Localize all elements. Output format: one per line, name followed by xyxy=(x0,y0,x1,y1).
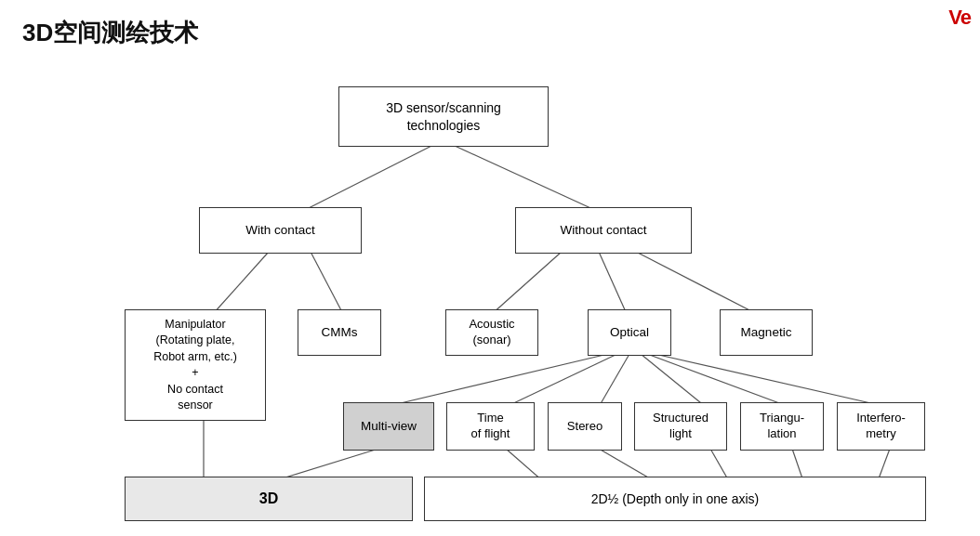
svg-line-7 xyxy=(385,354,608,407)
svg-line-11 xyxy=(647,354,789,407)
svg-line-4 xyxy=(492,252,562,314)
page-title: 3D空间测绘技术 xyxy=(22,17,958,49)
node-without-contact: Without contact xyxy=(515,207,692,254)
node-magnetic: Magnetic xyxy=(720,309,813,356)
svg-line-0 xyxy=(301,140,443,212)
node-triangulation: Triangu- lation xyxy=(740,402,824,451)
svg-line-12 xyxy=(655,354,887,407)
node-multiview: Multi-view xyxy=(343,402,434,451)
svg-line-5 xyxy=(599,252,627,314)
svg-line-3 xyxy=(311,252,343,314)
node-tof: Time of flight xyxy=(446,402,535,451)
svg-line-9 xyxy=(599,354,629,407)
node-2d-half: 2D½ (Depth only in one axis) xyxy=(424,477,926,521)
svg-line-1 xyxy=(443,140,599,212)
node-cmms: CMMs xyxy=(298,309,381,356)
node-optical: Optical xyxy=(588,309,671,356)
node-with-contact: With contact xyxy=(199,207,362,254)
diagram: 3D sensor/scanning technologies With con… xyxy=(22,59,958,532)
svg-line-6 xyxy=(636,252,757,314)
svg-line-2 xyxy=(213,252,269,314)
page: Ve 3D空间测绘技术 xyxy=(0,0,980,536)
svg-line-10 xyxy=(641,354,706,407)
node-manipulator: Manipulator (Rotating plate, Robot arm, … xyxy=(125,309,266,421)
node-stereo: Stereo xyxy=(548,402,622,451)
node-acoustic: Acoustic (sonar) xyxy=(445,309,538,356)
node-structured-light: Structured light xyxy=(634,402,727,451)
svg-line-8 xyxy=(506,354,617,407)
node-3d: 3D xyxy=(125,477,413,521)
node-root: 3D sensor/scanning technologies xyxy=(338,86,549,147)
node-interferometry: Interfero- metry xyxy=(837,402,925,451)
logo-icon: Ve xyxy=(948,6,971,30)
